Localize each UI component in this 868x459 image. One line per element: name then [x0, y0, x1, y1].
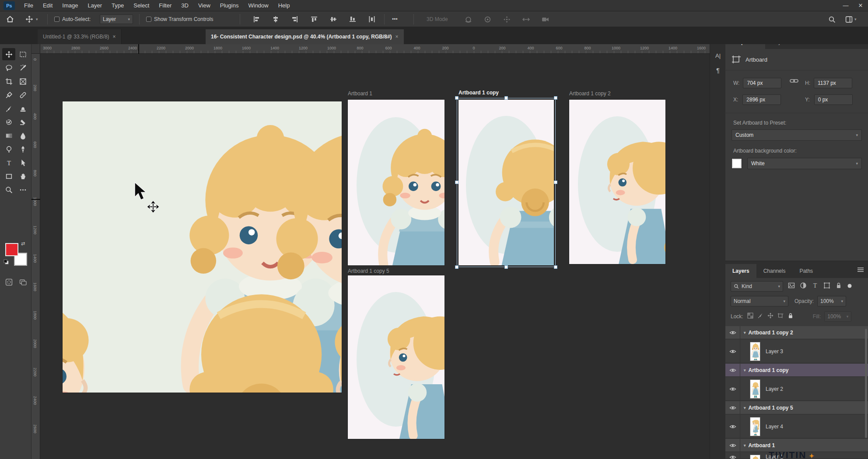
y-input[interactable]: 0 px	[814, 94, 853, 105]
reference-image[interactable]	[63, 101, 342, 393]
visibility-toggle[interactable]	[725, 415, 740, 438]
lock-all-button[interactable]	[788, 313, 794, 320]
frame-tool[interactable]	[16, 75, 29, 87]
selection-handle[interactable]	[504, 265, 508, 269]
path-selection-tool[interactable]	[16, 156, 29, 169]
selection-handle[interactable]	[455, 265, 458, 269]
visibility-toggle[interactable]	[725, 377, 740, 400]
align-top-edges-button[interactable]	[311, 11, 318, 27]
filter-adjustment-layers-button[interactable]	[800, 282, 807, 291]
clone-stamp-tool[interactable]	[16, 102, 29, 115]
pen-tool[interactable]	[16, 143, 29, 155]
visibility-toggle[interactable]	[725, 340, 740, 363]
eraser-tool[interactable]	[16, 116, 29, 128]
menu-help[interactable]: Help	[273, 0, 295, 11]
chevron-down-icon[interactable]: ▾	[744, 368, 746, 372]
height-input[interactable]: 1137 px	[814, 78, 852, 88]
width-input[interactable]: 704 px	[743, 78, 781, 88]
rectangle-tool[interactable]	[2, 170, 15, 182]
minimize-button[interactable]: —	[838, 2, 853, 9]
panel-menu-icon[interactable]	[858, 266, 864, 274]
layer-row-layer-3[interactable]: Layer 3	[725, 340, 868, 363]
glyphs-panel-button[interactable]: A|	[713, 51, 723, 60]
visibility-toggle[interactable]	[725, 326, 740, 339]
artboard-1-copy-5[interactable]	[348, 275, 444, 439]
distribute-centers-button[interactable]	[368, 11, 375, 27]
link-dimensions-button[interactable]	[790, 78, 798, 84]
show-transform-toggle[interactable]: Show Transform Controls	[146, 11, 213, 27]
transform-selection-box[interactable]	[457, 98, 556, 267]
marquee-tool[interactable]	[16, 48, 29, 60]
layer-row-artboard-1-copy-2[interactable]: ▾ Artboard 1 copy 2	[725, 326, 868, 339]
default-colors-icon[interactable]	[4, 258, 9, 266]
selection-handle[interactable]	[554, 181, 557, 184]
align-right-edges-button[interactable]	[291, 11, 298, 27]
filter-shape-layers-button[interactable]	[823, 282, 830, 291]
ruler-origin-corner[interactable]	[32, 44, 40, 54]
zoom-tool[interactable]	[2, 184, 15, 196]
x-input[interactable]: 2896 px	[742, 94, 781, 105]
vertical-ruler[interactable]: 0 200 400 600 800 1000 1200 1400 1600 18…	[32, 54, 40, 459]
document-tab-character-design[interactable]: 16- Consistent Character design.psd @ 40…	[206, 29, 404, 44]
bg-color-dropdown[interactable]: White ▾	[747, 158, 862, 169]
tab-channels[interactable]: Channels	[756, 264, 793, 278]
artboard-1-copy-2[interactable]	[569, 100, 665, 264]
align-bottom-edges-button[interactable]	[349, 11, 356, 27]
align-left-edges-button[interactable]	[253, 11, 260, 27]
layer-thumbnail[interactable]	[750, 379, 760, 399]
auto-select-target-dropdown[interactable]: Layer ▾	[100, 11, 133, 27]
crop-tool[interactable]	[2, 75, 15, 87]
paragraph-panel-button[interactable]: ¶	[713, 66, 723, 75]
menu-file[interactable]: File	[19, 0, 38, 11]
canvas-area[interactable]: Artboard 1 Artboard 1 copy Artboard 1 co…	[40, 54, 710, 459]
menu-type[interactable]: Type	[107, 0, 129, 11]
menu-plugins[interactable]: Plugins	[215, 0, 244, 11]
menu-select[interactable]: Select	[129, 0, 154, 11]
layer-row-artboard-1-copy-5[interactable]: ▾ Artboard 1 copy 5	[725, 401, 868, 414]
menu-filter[interactable]: Filter	[154, 0, 176, 11]
lock-transparency-button[interactable]	[747, 313, 753, 320]
object-selection-tool[interactable]	[16, 62, 29, 74]
3d-slide-button[interactable]	[522, 11, 530, 27]
3d-camera-button[interactable]	[542, 11, 549, 27]
filter-smart-objects-button[interactable]	[835, 282, 842, 291]
lasso-tool[interactable]	[2, 62, 15, 74]
menu-3d[interactable]: 3D	[176, 0, 193, 11]
workspace-switcher[interactable]: ▾	[845, 11, 857, 27]
artboard-1[interactable]	[348, 100, 444, 265]
blend-mode-dropdown[interactable]: Normal ▾	[731, 296, 788, 306]
eyedropper-tool[interactable]	[2, 89, 15, 101]
artboard-label-1-copy-2[interactable]: Artboard 1 copy 2	[569, 90, 611, 97]
align-horizontal-centers-button[interactable]	[272, 11, 279, 27]
gradient-tool[interactable]	[2, 129, 15, 142]
layer-row-layer-2[interactable]: Layer 2	[725, 377, 868, 401]
auto-select-checkbox[interactable]	[54, 17, 60, 22]
3d-orbit-button[interactable]	[465, 11, 472, 27]
visibility-toggle[interactable]	[725, 452, 740, 459]
layer-thumbnail[interactable]	[750, 417, 760, 436]
quick-mask-button[interactable]	[2, 276, 15, 288]
layer-thumbnail[interactable]	[750, 455, 760, 459]
blur-tool[interactable]	[16, 129, 29, 142]
3d-roll-button[interactable]	[484, 11, 491, 27]
selection-handle[interactable]	[504, 96, 508, 100]
tab-close-icon[interactable]: ×	[396, 34, 399, 40]
selection-handle[interactable]	[554, 96, 557, 100]
menu-edit[interactable]: Edit	[38, 0, 57, 11]
show-transform-checkbox[interactable]	[146, 17, 151, 22]
selection-handle[interactable]	[455, 181, 458, 184]
swap-colors-icon[interactable]: ⇄	[21, 241, 25, 247]
filter-type-layers-button[interactable]: T	[812, 282, 819, 291]
document-tab-untitled[interactable]: Untitled-1 @ 33.3% (RGB/8) ×	[38, 29, 122, 44]
kind-filter-dropdown[interactable]: Kind ▾	[731, 281, 783, 292]
layers-scrollbar[interactable]	[865, 329, 867, 438]
menu-image[interactable]: Image	[57, 0, 83, 11]
tab-paths[interactable]: Paths	[792, 264, 820, 278]
menu-window[interactable]: Window	[243, 0, 273, 11]
visibility-toggle[interactable]	[725, 401, 740, 414]
dodge-tool[interactable]	[2, 143, 15, 155]
chevron-down-icon[interactable]: ▾	[744, 443, 746, 448]
artboard-label-1-copy[interactable]: Artboard 1 copy	[458, 90, 499, 96]
layer-thumbnail[interactable]	[750, 342, 760, 361]
artboard-label-1-copy-5[interactable]: Artboard 1 copy 5	[348, 268, 389, 274]
